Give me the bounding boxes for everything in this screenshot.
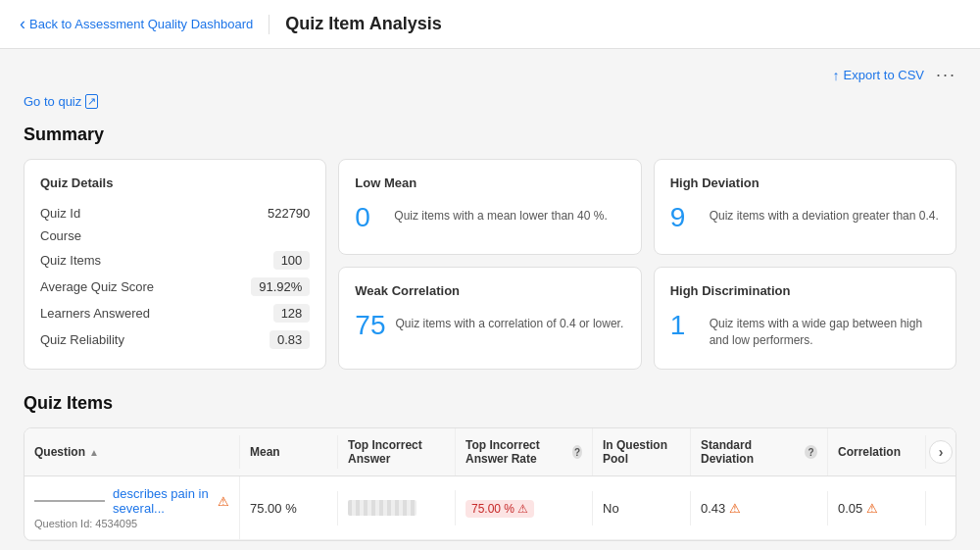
question-text-line (34, 500, 105, 502)
th-std-dev: Standard Deviation ? (691, 428, 828, 475)
low-mean-desc: Quiz items with a mean lower than 40 %. (394, 202, 607, 225)
th-in-pool: In Question Pool (593, 428, 691, 475)
question-link[interactable]: describes pain in several... (113, 486, 212, 516)
table-nav-right-button[interactable]: › (929, 440, 953, 464)
high-discrimination-title: High Discrimination (670, 283, 940, 298)
th-question: Question ▲ (24, 435, 240, 469)
quiz-items-title: Quiz Items (24, 393, 956, 414)
quiz-id-value: 522790 (268, 206, 310, 221)
weak-correlation-value: 75 (355, 310, 385, 341)
sort-icon-question[interactable]: ▲ (89, 447, 99, 458)
td-in-pool: No (593, 491, 691, 525)
weak-correlation-card: Weak Correlation 75 Quiz items with a co… (338, 267, 641, 370)
blurred-content (348, 500, 416, 516)
quiz-items-table: Question ▲ Mean Top Incorrect Answer Top… (24, 427, 956, 541)
external-link-icon: ↗ (85, 94, 98, 109)
avg-score-value: 91.92% (251, 277, 310, 296)
quiz-items-row: Quiz Items 100 (40, 247, 310, 274)
high-deviation-card: High Deviation 9 Quiz items with a devia… (654, 159, 956, 255)
quiz-id-row: Quiz Id 522790 (40, 202, 310, 225)
warning-icon: ⚠ (218, 494, 229, 509)
th-mean: Mean (240, 435, 338, 469)
td-top-incorrect (338, 490, 456, 525)
quiz-reliability-value: 0.83 (270, 330, 310, 349)
back-link[interactable]: Back to Assessment Quality Dashboard (20, 14, 253, 34)
td-question: describes pain in several... ⚠ Question … (24, 476, 240, 539)
learners-answered-value: 128 (273, 304, 311, 323)
th-nav: › (926, 440, 956, 464)
main-content: ↑ Export to CSV ··· Go to quiz ↗ Summary… (0, 49, 980, 550)
high-deviation-title: High Deviation (670, 175, 939, 190)
question-link-row: describes pain in several... ⚠ (34, 486, 229, 516)
nav-divider (269, 15, 270, 34)
help-icon-rate[interactable]: ? (572, 445, 582, 459)
summary-title: Summary (24, 125, 956, 145)
low-mean-card: Low Mean 0 Quiz items with a mean lower … (338, 159, 641, 255)
top-nav: Back to Assessment Quality Dashboard Qui… (0, 0, 980, 49)
question-id: Question Id: 4534095 (34, 518, 229, 529)
high-discrimination-desc: Quiz items with a wide gap between high … (710, 310, 940, 349)
quiz-details-card: Quiz Details Quiz Id 522790 Course Quiz … (24, 159, 326, 370)
quiz-details-title: Quiz Details (40, 175, 310, 190)
help-icon-std-dev[interactable]: ? (805, 445, 817, 459)
td-std-dev: 0.43 ⚠ (691, 491, 828, 525)
th-top-incorrect: Top Incorrect Answer (338, 428, 456, 475)
td-mean: 75.00 % (240, 491, 338, 525)
top-actions: ↑ Export to CSV ··· (24, 65, 956, 85)
quiz-reliability-row: Quiz Reliability 0.83 (40, 326, 310, 353)
rate-badge: 75.00 % ⚠ (466, 500, 534, 518)
course-row: Course (40, 225, 310, 247)
page-title: Quiz Item Analysis (285, 14, 441, 34)
high-discrimination-card: High Discrimination 1 Quiz items with a … (654, 267, 956, 370)
question-cell: describes pain in several... ⚠ Question … (34, 486, 229, 529)
warning-icon-correlation: ⚠ (866, 501, 878, 516)
td-top-incorrect-rate: 75.00 % ⚠ (456, 491, 593, 525)
export-csv-button[interactable]: ↑ Export to CSV (833, 68, 924, 83)
table-header: Question ▲ Mean Top Incorrect Answer Top… (24, 428, 956, 476)
learners-answered-row: Learners Answered 128 (40, 300, 310, 326)
quiz-items-section: Quiz Items Question ▲ Mean Top Incorrect… (24, 393, 956, 541)
th-correlation: Correlation (828, 435, 926, 469)
summary-grid: Quiz Details Quiz Id 522790 Course Quiz … (24, 159, 956, 370)
weak-correlation-title: Weak Correlation (355, 283, 623, 298)
weak-correlation-desc: Quiz items with a correlation of 0.4 or … (395, 310, 623, 332)
avg-score-row: Average Quiz Score 91.92% (40, 274, 310, 300)
low-mean-value: 0 (355, 202, 384, 233)
high-deviation-value: 9 (670, 202, 700, 233)
more-options-button[interactable]: ··· (936, 65, 956, 85)
low-mean-title: Low Mean (355, 175, 607, 190)
table-row: describes pain in several... ⚠ Question … (24, 476, 956, 540)
th-top-incorrect-rate: Top Incorrect Answer Rate ? (456, 428, 593, 475)
td-correlation: 0.05 ⚠ (828, 491, 926, 525)
export-icon: ↑ (833, 68, 840, 83)
high-discrimination-value: 1 (670, 310, 700, 341)
high-deviation-desc: Quiz items with a deviation greater than… (710, 202, 939, 225)
go-to-quiz-link[interactable]: Go to quiz ↗ (24, 94, 98, 109)
warning-icon-std-dev: ⚠ (729, 501, 741, 516)
quiz-items-value: 100 (273, 251, 311, 270)
warning-icon-rate: ⚠ (517, 502, 528, 516)
td-row-nav (926, 498, 956, 518)
